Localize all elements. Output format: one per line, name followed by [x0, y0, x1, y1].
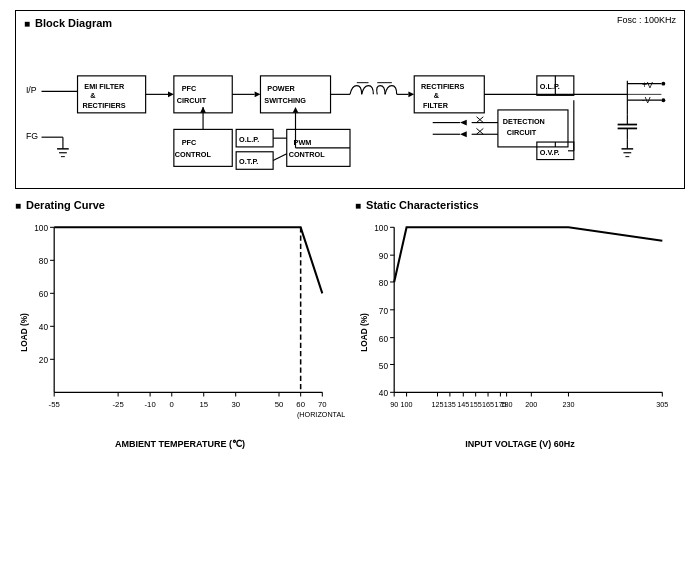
svg-text:PWM: PWM [294, 138, 312, 147]
svg-text:60: 60 [39, 290, 49, 299]
svg-text:100: 100 [34, 224, 48, 233]
svg-text:145: 145 [457, 400, 469, 409]
svg-text:DETECTION: DETECTION [503, 117, 545, 126]
static-section: Static Characteristics LOAD (%) 100 [355, 199, 685, 449]
svg-text:O.T.P.: O.T.P. [239, 157, 258, 166]
static-chart: LOAD (%) 100 90 80 [355, 217, 685, 436]
svg-text:O.L.P.: O.L.P. [540, 82, 560, 91]
svg-text:RECTIFIERS: RECTIFIERS [82, 101, 125, 110]
svg-text:&: & [90, 91, 96, 100]
svg-text:&: & [434, 91, 440, 100]
svg-text:SWITCHING: SWITCHING [264, 96, 306, 105]
svg-text:15: 15 [199, 400, 208, 409]
derating-chart: LOAD (%) 100 80 [15, 217, 345, 436]
block-diagram-svg: I/P FG EMI FILTER & RECTIFIERS PFC CIRCU… [24, 35, 676, 180]
svg-text:EMI FILTER: EMI FILTER [84, 82, 125, 91]
svg-text:70: 70 [318, 400, 327, 409]
fosc-label: Fosc : 100KHz [617, 15, 676, 25]
ip-label: I/P [26, 85, 37, 95]
svg-text:60: 60 [379, 335, 389, 344]
svg-marker-66 [460, 120, 467, 126]
svg-marker-84 [293, 107, 299, 113]
svg-rect-55 [174, 129, 232, 166]
svg-point-43 [661, 98, 665, 102]
svg-text:CIRCUIT: CIRCUIT [507, 128, 537, 137]
svg-text:60: 60 [296, 400, 305, 409]
svg-marker-11 [168, 91, 174, 97]
svg-marker-16 [255, 91, 261, 97]
svg-text:180: 180 [501, 400, 513, 409]
svg-text:50: 50 [379, 362, 389, 371]
derating-svg: LOAD (%) 100 80 [15, 217, 345, 434]
svg-text:LOAD (%): LOAD (%) [360, 313, 369, 352]
svg-text:-10: -10 [145, 400, 156, 409]
svg-text:70: 70 [379, 307, 389, 316]
svg-text:80: 80 [379, 279, 389, 288]
derating-title: Derating Curve [15, 199, 345, 211]
svg-text:155: 155 [470, 400, 482, 409]
svg-text:-55: -55 [49, 400, 60, 409]
static-x-label: INPUT VOLTAGE (V) 60Hz [355, 439, 685, 449]
block-diagram-section: Block Diagram Fosc : 100KHz I/P FG EMI F… [15, 10, 685, 189]
svg-text:CONTROL: CONTROL [289, 150, 326, 159]
block-diagram-title: Block Diagram [24, 17, 676, 29]
derating-section: Derating Curve LOAD (%) 100 [15, 199, 345, 449]
static-svg: LOAD (%) 100 90 80 [355, 217, 685, 434]
lower-sections: Derating Curve LOAD (%) 100 [15, 199, 685, 449]
svg-text:50: 50 [275, 400, 284, 409]
svg-text:100: 100 [401, 400, 413, 409]
svg-text:-25: -25 [113, 400, 124, 409]
svg-text:POWER: POWER [267, 84, 295, 93]
svg-text:100: 100 [374, 224, 388, 233]
svg-text:(HORIZONTAL): (HORIZONTAL) [297, 410, 345, 419]
svg-marker-71 [460, 131, 467, 137]
svg-text:40: 40 [39, 323, 49, 332]
svg-text:305: 305 [656, 400, 668, 409]
svg-text:O.V.P.: O.V.P. [540, 148, 560, 157]
svg-point-35 [661, 82, 665, 86]
svg-line-78 [273, 154, 287, 161]
svg-text:0: 0 [170, 400, 174, 409]
svg-text:135: 135 [444, 400, 456, 409]
derating-x-label: AMBIENT TEMPERATURE (℃) [15, 439, 345, 449]
svg-text:FILTER: FILTER [423, 101, 449, 110]
svg-text:80: 80 [39, 257, 49, 266]
svg-text:125: 125 [431, 400, 443, 409]
svg-text:CONTROL: CONTROL [175, 150, 212, 159]
page: Block Diagram Fosc : 100KHz I/P FG EMI F… [0, 0, 700, 580]
svg-text:90: 90 [390, 400, 398, 409]
svg-text:LOAD (%): LOAD (%) [20, 313, 29, 352]
svg-text:30: 30 [231, 400, 240, 409]
svg-text:CIRCUIT: CIRCUIT [177, 96, 207, 105]
svg-text:20: 20 [39, 356, 49, 365]
svg-text:PFC: PFC [182, 138, 197, 147]
svg-text:90: 90 [379, 252, 389, 261]
svg-text:230: 230 [562, 400, 574, 409]
svg-text:165: 165 [482, 400, 494, 409]
svg-text:RECTIFIERS: RECTIFIERS [421, 82, 464, 91]
svg-text:O.L.P.: O.L.P. [239, 135, 259, 144]
fg-label: FG [26, 131, 38, 141]
static-title: Static Characteristics [355, 199, 685, 211]
svg-marker-24 [408, 91, 414, 97]
svg-text:40: 40 [379, 389, 389, 398]
svg-text:+V: +V [642, 80, 653, 90]
svg-text:200: 200 [525, 400, 537, 409]
svg-text:PFC: PFC [182, 84, 197, 93]
